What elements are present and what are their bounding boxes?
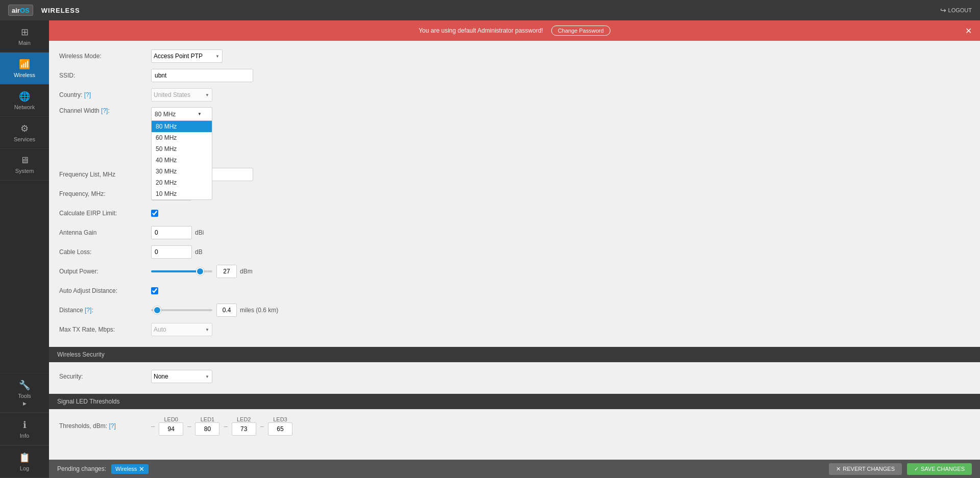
wireless-mode-row: Wireless Mode: Access Point PTP Station … bbox=[59, 49, 970, 63]
cable-loss-row: Cable Loss: dB bbox=[59, 245, 970, 259]
logo: airOS bbox=[8, 5, 33, 16]
frequency-list-label: Frequency List, MHz bbox=[59, 171, 151, 178]
wireless-content: Wireless Mode: Access Point PTP Station … bbox=[49, 41, 980, 474]
sidebar-item-wireless[interactable]: 📶 Wireless bbox=[0, 53, 49, 85]
pending-tag-remove[interactable]: ✕ bbox=[139, 465, 144, 473]
sidebar-item-info[interactable]: ℹ Info bbox=[0, 413, 49, 445]
sidebar-label-main: Main bbox=[18, 40, 31, 46]
channel-option-30[interactable]: 30 MHz bbox=[152, 166, 212, 177]
pending-left: Pending changes: Wireless ✕ bbox=[57, 464, 149, 474]
output-power-slider[interactable] bbox=[151, 270, 212, 272]
channel-option-10[interactable]: 10 MHz bbox=[152, 188, 212, 199]
info-icon: ℹ bbox=[23, 419, 27, 431]
led0-input[interactable] bbox=[159, 422, 183, 436]
revert-changes-button[interactable]: ✕ REVERT CHANGES bbox=[829, 463, 902, 475]
log-icon: 📋 bbox=[19, 452, 30, 463]
eirp-checkbox[interactable] bbox=[151, 210, 158, 217]
antenna-gain-unit: dBi bbox=[195, 229, 204, 236]
country-select-wrapper[interactable]: United States bbox=[151, 88, 212, 102]
channel-option-40[interactable]: 40 MHz bbox=[152, 155, 212, 166]
distance-help[interactable]: [?] bbox=[85, 307, 91, 314]
channel-option-50[interactable]: 50 MHz bbox=[152, 143, 212, 155]
auto-adjust-row: Auto Adjust Distance: bbox=[59, 284, 970, 298]
logout-button[interactable]: ↪ LOGOUT bbox=[940, 6, 972, 14]
cable-loss-unit: dB bbox=[195, 248, 203, 256]
wireless-security-section: Wireless Security Security: None WPA2 AE… bbox=[59, 347, 970, 384]
sidebar-item-network[interactable]: 🌐 Network bbox=[0, 85, 49, 117]
sidebar-label-services: Services bbox=[14, 136, 35, 142]
logo-air: air bbox=[12, 7, 20, 14]
antenna-gain-label: Antenna Gain bbox=[59, 229, 151, 236]
led-dash-1: – bbox=[187, 422, 191, 430]
topbar: airOS WIRELESS ↪ LOGOUT bbox=[0, 0, 980, 20]
led3-input[interactable] bbox=[268, 422, 292, 436]
main-icon: ⊞ bbox=[21, 27, 29, 38]
led0-label: LED0 bbox=[164, 416, 178, 422]
thresholds-help[interactable]: [?] bbox=[109, 422, 115, 430]
thresholds-label: Thresholds, dBm: [?] bbox=[59, 422, 151, 430]
channel-option-60[interactable]: 60 MHz bbox=[152, 132, 212, 143]
output-power-row: Output Power: dBm bbox=[59, 264, 970, 279]
channel-width-dropdown[interactable]: 80 MHz ▼ 80 MHz 60 MHz 50 MHz 40 MHz 30 … bbox=[151, 107, 212, 120]
distance-input[interactable] bbox=[216, 304, 237, 317]
max-tx-rate-select-wrapper[interactable]: Auto bbox=[151, 323, 212, 336]
main-content: You are using default Administrator pass… bbox=[49, 20, 980, 478]
logo-box: airOS bbox=[8, 5, 33, 16]
sidebar-item-main[interactable]: ⊞ Main bbox=[0, 20, 49, 53]
ssid-label: SSID: bbox=[59, 72, 151, 79]
country-help[interactable]: [?] bbox=[84, 91, 91, 98]
security-select-wrapper[interactable]: None WPA2 AES WPA AES bbox=[151, 370, 212, 383]
sidebar-label-network: Network bbox=[14, 104, 35, 110]
save-changes-button[interactable]: ✓ SAVE CHANGES bbox=[907, 463, 972, 475]
ssid-input[interactable]: ubnt bbox=[151, 69, 253, 82]
auto-adjust-checkbox[interactable] bbox=[151, 287, 158, 294]
sidebar-item-tools[interactable]: 🔧 Tools ▶ bbox=[0, 373, 49, 413]
cable-loss-input[interactable] bbox=[151, 245, 192, 259]
channel-width-label: Channel Width [?]: bbox=[59, 107, 151, 114]
channel-width-arrow: ▼ bbox=[198, 112, 202, 116]
sidebar-item-system[interactable]: 🖥 System bbox=[0, 149, 49, 181]
security-row: Security: None WPA2 AES WPA AES bbox=[59, 369, 970, 384]
alert-close-button[interactable]: ✕ bbox=[965, 26, 972, 36]
sidebar-label-system: System bbox=[15, 168, 34, 174]
save-icon: ✓ bbox=[914, 466, 919, 472]
led1-input[interactable] bbox=[195, 422, 219, 436]
channel-width-dropdown-btn[interactable]: 80 MHz ▼ bbox=[151, 107, 212, 120]
logout-icon: ↪ bbox=[940, 6, 946, 14]
sidebar-label-info: Info bbox=[20, 433, 29, 439]
led2-input[interactable] bbox=[232, 422, 256, 436]
signal-led-section: Signal LED Thresholds Thresholds, dBm: [… bbox=[59, 394, 970, 436]
led-dash-0: – bbox=[151, 422, 155, 430]
channel-option-20[interactable]: 20 MHz bbox=[152, 177, 212, 188]
wireless-mode-select-wrapper[interactable]: Access Point PTP Station PTP Access Poin… bbox=[151, 49, 223, 63]
security-label: Security: bbox=[59, 373, 151, 380]
security-select[interactable]: None WPA2 AES WPA AES bbox=[151, 370, 212, 383]
led-dash-2: – bbox=[224, 422, 227, 430]
led-dash-3: – bbox=[260, 422, 264, 430]
antenna-gain-input[interactable] bbox=[151, 226, 192, 239]
wireless-mode-label: Wireless Mode: bbox=[59, 53, 151, 60]
save-label: SAVE CHANGES bbox=[921, 466, 965, 472]
country-select[interactable]: United States bbox=[151, 88, 212, 102]
logout-label: LOGOUT bbox=[948, 7, 972, 13]
channel-width-help[interactable]: [?] bbox=[101, 107, 108, 114]
cable-loss-label: Cable Loss: bbox=[59, 248, 151, 256]
max-tx-rate-select[interactable]: Auto bbox=[151, 323, 212, 336]
sidebar-item-services[interactable]: ⚙ Services bbox=[0, 117, 49, 149]
distance-row: Distance [?]: miles (0.6 km) bbox=[59, 303, 970, 317]
sidebar: ⊞ Main 📶 Wireless 🌐 Network ⚙ Services 🖥… bbox=[0, 20, 49, 478]
sidebar-label-tools: Tools bbox=[18, 393, 31, 399]
led0-group: LED0 bbox=[159, 416, 183, 436]
revert-label: REVERT CHANGES bbox=[843, 466, 895, 472]
eirp-row: Calculate EIRP Limit: bbox=[59, 206, 970, 220]
eirp-label: Calculate EIRP Limit: bbox=[59, 210, 151, 217]
output-power-input[interactable] bbox=[216, 265, 237, 278]
form-wrapper: Wireless Mode: Access Point PTP Station … bbox=[59, 49, 970, 466]
channel-option-80[interactable]: 80 MHz bbox=[152, 121, 212, 132]
wireless-mode-select[interactable]: Access Point PTP Station PTP Access Poin… bbox=[151, 49, 223, 63]
change-password-button[interactable]: Change Password bbox=[551, 26, 610, 36]
sidebar-item-log[interactable]: 📋 Log bbox=[0, 445, 49, 478]
channel-width-value: 80 MHz bbox=[155, 111, 176, 118]
distance-slider[interactable] bbox=[151, 309, 212, 311]
country-row: Country: [?] United States bbox=[59, 88, 970, 102]
